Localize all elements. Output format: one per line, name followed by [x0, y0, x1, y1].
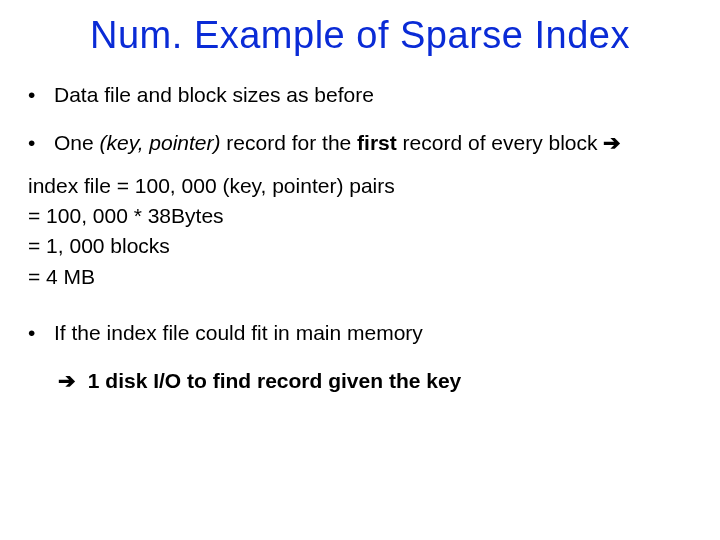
text-italic: (key, pointer) — [100, 131, 221, 154]
bullet-dot-icon — [28, 129, 54, 157]
bullet-dot-icon — [28, 81, 54, 109]
bullet-3: If the index file could fit in main memo… — [28, 319, 692, 347]
text-fragment: record for the — [221, 131, 358, 154]
arrow-right-icon: ➔ — [603, 131, 621, 154]
bullet-1: Data file and block sizes as before — [28, 81, 692, 109]
calc-line-index: index file = 100, 000 (key, pointer) pai… — [28, 172, 692, 200]
conclusion-text: 1 disk I/O to find record given the key — [82, 369, 461, 392]
conclusion: ➔ 1 disk I/O to find record given the ke… — [58, 367, 692, 395]
text-fragment: One — [54, 131, 100, 154]
bullet-1-text: Data file and block sizes as before — [54, 81, 374, 109]
slide: Num. Example of Sparse Index Data file a… — [0, 0, 720, 540]
slide-body: Data file and block sizes as before One … — [28, 81, 692, 396]
slide-title: Num. Example of Sparse Index — [28, 14, 692, 57]
text-fragment: record of every block — [397, 131, 604, 154]
calc-line-blocks: = 1, 000 blocks — [28, 232, 692, 260]
bullet-3-text: If the index file could fit in main memo… — [54, 319, 423, 347]
bullet-2: One (key, pointer) record for the first … — [28, 129, 692, 157]
bullet-2-text: One (key, pointer) record for the first … — [54, 129, 621, 157]
arrow-right-icon: ➔ — [58, 369, 76, 392]
bullet-dot-icon — [28, 319, 54, 347]
calc-line-bytes: = 100, 000 * 38Bytes — [28, 202, 692, 230]
calc-line-mb: = 4 MB — [28, 263, 692, 291]
text-bold: first — [357, 131, 397, 154]
